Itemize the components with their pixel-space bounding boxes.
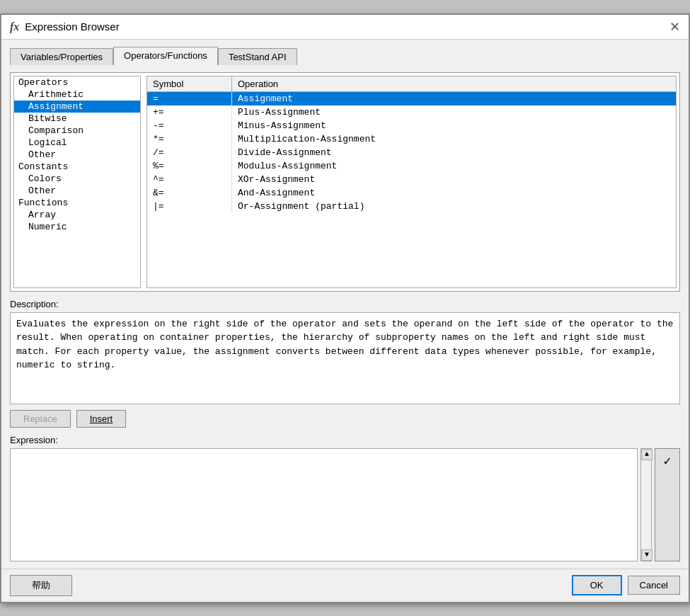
window-title: Expression Browser bbox=[25, 21, 119, 33]
action-buttons: Replace Insert bbox=[10, 410, 680, 428]
tab-bar: Variables/Properties Operators/Functions… bbox=[10, 47, 680, 65]
tab-operators[interactable]: Operators/Functions bbox=[113, 47, 218, 65]
ok-button[interactable]: OK bbox=[572, 575, 622, 595]
title-bar-left: fx Expression Browser bbox=[10, 21, 120, 33]
content-area: Variables/Properties Operators/Functions… bbox=[1, 40, 689, 569]
tree-item-constants[interactable]: Constants bbox=[14, 161, 140, 173]
table-row[interactable]: %= Modulus-Assignment bbox=[147, 159, 676, 173]
expression-scrollbar: ▲ ▼ bbox=[640, 448, 652, 561]
expression-browser-window: fx Expression Browser ✕ Variables/Proper… bbox=[0, 13, 690, 603]
cell-operation: Multiplication-Assignment bbox=[232, 132, 676, 146]
checkmark-button[interactable]: ✓ bbox=[655, 448, 680, 561]
cell-symbol: /= bbox=[147, 146, 232, 159]
expression-section: Expression: ▲ ▼ ✓ bbox=[10, 435, 680, 561]
table-row[interactable]: &= And-Assignment bbox=[147, 186, 676, 200]
table-row[interactable]: /= Divide-Assignment bbox=[147, 146, 676, 159]
tree-item-numeric[interactable]: Numeric bbox=[14, 221, 140, 233]
expression-box bbox=[10, 448, 638, 561]
table-row[interactable]: += Plus-Assignment bbox=[147, 105, 676, 119]
expression-input[interactable] bbox=[11, 449, 637, 561]
cell-symbol: ^= bbox=[147, 173, 232, 186]
table-header: Symbol Operation bbox=[147, 76, 676, 92]
tree-item-other2[interactable]: Other bbox=[14, 185, 140, 197]
cell-operation: XOr-Assignment bbox=[232, 173, 676, 186]
cell-operation: Assignment bbox=[232, 92, 676, 105]
cell-operation: Or-Assignment (partial) bbox=[232, 200, 676, 213]
tree-item-comparison[interactable]: Comparison bbox=[14, 125, 140, 137]
close-button[interactable]: ✕ bbox=[669, 21, 680, 33]
tree-item-operators[interactable]: Operators bbox=[14, 76, 140, 89]
table-row[interactable]: = Assignment bbox=[147, 92, 676, 105]
tree-panel[interactable]: Operators Arithmetic Assignment Bitwise … bbox=[13, 76, 141, 288]
tree-item-arithmetic[interactable]: Arithmetic bbox=[14, 89, 140, 101]
cell-symbol: %= bbox=[147, 159, 232, 173]
tree-item-functions[interactable]: Functions bbox=[14, 197, 140, 209]
help-button[interactable]: 帮助 bbox=[10, 575, 72, 596]
cell-symbol: -= bbox=[147, 119, 232, 132]
table-row[interactable]: -= Minus-Assignment bbox=[147, 119, 676, 132]
description-text: Evaluates the expression on the right si… bbox=[16, 319, 673, 371]
bottom-bar: 帮助 OK Cancel bbox=[1, 569, 689, 602]
description-box: Evaluates the expression on the right si… bbox=[10, 312, 680, 404]
tab-teststand[interactable]: TestStand API bbox=[218, 48, 297, 65]
insert-button[interactable]: Insert bbox=[76, 410, 127, 428]
main-panel: Operators Arithmetic Assignment Bitwise … bbox=[10, 72, 680, 292]
replace-button[interactable]: Replace bbox=[10, 410, 71, 428]
title-bar: fx Expression Browser ✕ bbox=[1, 15, 689, 40]
tree-item-array[interactable]: Array bbox=[14, 209, 140, 221]
header-operation: Operation bbox=[232, 76, 676, 91]
scroll-up-arrow[interactable]: ▲ bbox=[641, 449, 652, 460]
tab-variables[interactable]: Variables/Properties bbox=[10, 48, 113, 65]
cell-operation: And-Assignment bbox=[232, 186, 676, 200]
tree-item-logical[interactable]: Logical bbox=[14, 137, 140, 149]
cell-operation: Modulus-Assignment bbox=[232, 159, 676, 173]
tree-item-bitwise[interactable]: Bitwise bbox=[14, 113, 140, 125]
cancel-button[interactable]: Cancel bbox=[628, 576, 680, 595]
tree-item-colors[interactable]: Colors bbox=[14, 173, 140, 185]
cell-operation: Minus-Assignment bbox=[232, 119, 676, 132]
cell-operation: Divide-Assignment bbox=[232, 146, 676, 159]
bottom-right-buttons: OK Cancel bbox=[572, 575, 680, 595]
description-label: Description: bbox=[10, 299, 680, 309]
cell-operation: Plus-Assignment bbox=[232, 105, 676, 119]
table-row[interactable]: *= Multiplication-Assignment bbox=[147, 132, 676, 146]
scroll-track bbox=[641, 460, 651, 549]
table-row[interactable]: ^= XOr-Assignment bbox=[147, 173, 676, 186]
cell-symbol: |= bbox=[147, 200, 232, 213]
scroll-down-arrow[interactable]: ▼ bbox=[641, 549, 652, 561]
cell-symbol: = bbox=[147, 92, 232, 105]
fx-icon: fx bbox=[10, 21, 19, 33]
table-row[interactable]: |= Or-Assignment (partial) bbox=[147, 200, 676, 213]
tree-item-assignment[interactable]: Assignment bbox=[14, 101, 140, 113]
expression-label: Expression: bbox=[10, 435, 680, 445]
description-section: Description: Evaluates the expression on… bbox=[10, 299, 680, 404]
cell-symbol: *= bbox=[147, 132, 232, 146]
table-scroll[interactable]: = Assignment += Plus-Assignment -= Minus… bbox=[147, 92, 676, 287]
table-panel: Symbol Operation = Assignment += Plus-As… bbox=[146, 76, 677, 288]
cell-symbol: &= bbox=[147, 186, 232, 200]
expression-row: ▲ ▼ ✓ bbox=[10, 448, 680, 561]
cell-symbol: += bbox=[147, 105, 232, 119]
tree-item-other[interactable]: Other bbox=[14, 149, 140, 161]
header-symbol: Symbol bbox=[147, 76, 232, 91]
